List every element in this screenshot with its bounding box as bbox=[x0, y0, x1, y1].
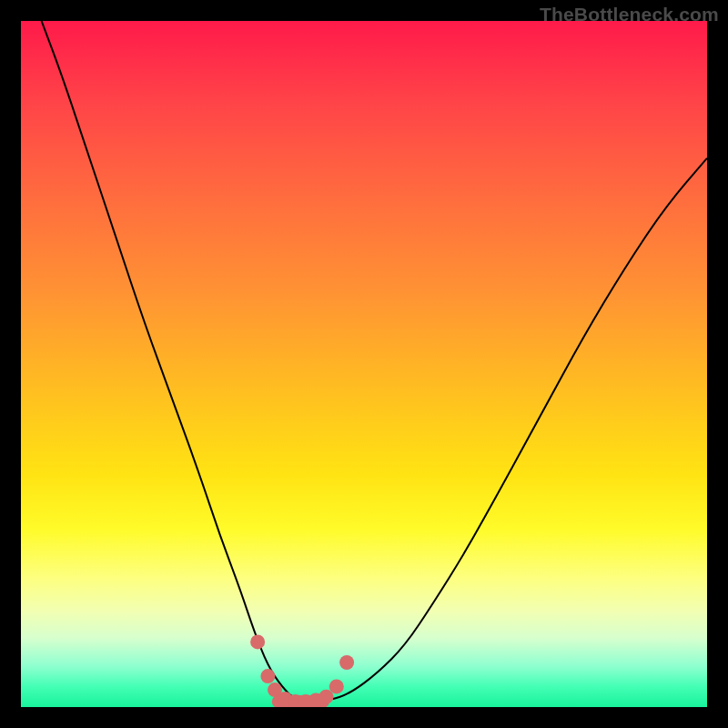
marker-dot bbox=[260, 669, 275, 683]
marker-dot bbox=[339, 655, 354, 670]
watermark-text: TheBottleneck.com bbox=[540, 4, 719, 25]
chart-frame: TheBottleneck.com bbox=[0, 0, 728, 728]
marker-dot bbox=[250, 634, 265, 649]
marker-dot bbox=[329, 679, 344, 693]
curve-markers bbox=[250, 634, 354, 707]
bottleneck-curve-svg bbox=[21, 21, 707, 707]
plot-area bbox=[21, 21, 707, 707]
marker-dot bbox=[319, 690, 334, 704]
bottleneck-curve bbox=[42, 21, 707, 701]
